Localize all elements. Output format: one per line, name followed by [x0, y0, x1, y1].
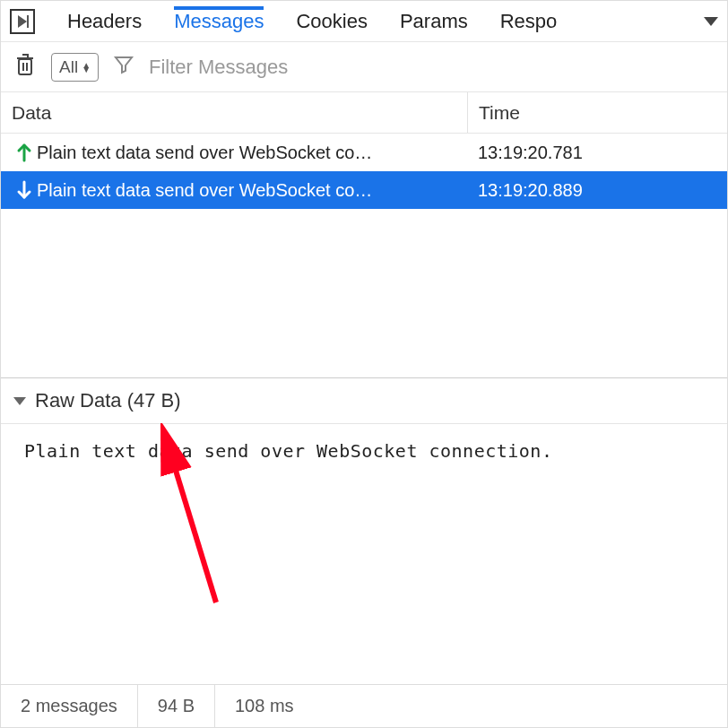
column-headers: Data Time	[1, 92, 727, 134]
tab-headers[interactable]: Headers	[67, 10, 142, 33]
message-time: 13:19:20.889	[467, 180, 583, 201]
tab-messages[interactable]: Messages	[174, 10, 264, 33]
collapse-icon	[13, 397, 26, 405]
column-time[interactable]: Time	[467, 92, 727, 133]
filter-input[interactable]	[149, 56, 418, 79]
tabs-overflow-icon[interactable]	[704, 17, 718, 26]
message-time: 13:19:20.781	[467, 143, 583, 163]
status-bar: 2 messages 94 B 108 ms	[1, 684, 727, 727]
raw-data-panel: Raw Data (47 B) Plain text data send ove…	[1, 377, 727, 684]
funnel-icon	[113, 54, 134, 80]
tabs-bar: Headers Messages Cookies Params Respo	[1, 1, 727, 42]
svg-marker-0	[18, 15, 27, 28]
arrow-down-icon	[12, 180, 37, 200]
direction-filter-label: All	[59, 57, 78, 77]
direction-filter[interactable]: All ▲▼	[51, 53, 99, 82]
messages-toolbar: All ▲▼	[1, 42, 727, 92]
arrow-up-icon	[12, 143, 37, 162]
svg-rect-2	[19, 59, 31, 74]
raw-data-header[interactable]: Raw Data (47 B)	[1, 378, 727, 424]
svg-rect-1	[27, 15, 29, 28]
clear-icon[interactable]	[13, 52, 37, 82]
message-text: Plain text data send over WebSocket co…	[37, 143, 467, 163]
message-text: Plain text data send over WebSocket co…	[37, 180, 467, 201]
message-list: Plain text data send over WebSocket co… …	[1, 134, 727, 377]
tab-params[interactable]: Params	[400, 10, 468, 33]
raw-data-title: Raw Data (47 B)	[35, 389, 181, 412]
sort-icon: ▲▼	[82, 63, 91, 72]
raw-data-body: Plain text data send over WebSocket conn…	[1, 424, 727, 478]
tab-response[interactable]: Respo	[500, 10, 558, 33]
status-duration: 108 ms	[214, 685, 314, 727]
status-size: 94 B	[137, 685, 214, 727]
panel-toggle-icon[interactable]	[10, 9, 35, 34]
column-data[interactable]: Data	[1, 102, 467, 124]
message-row[interactable]: Plain text data send over WebSocket co… …	[1, 134, 727, 171]
tab-cookies[interactable]: Cookies	[296, 10, 367, 33]
status-count: 2 messages	[1, 685, 137, 727]
message-row[interactable]: Plain text data send over WebSocket co… …	[1, 171, 727, 209]
